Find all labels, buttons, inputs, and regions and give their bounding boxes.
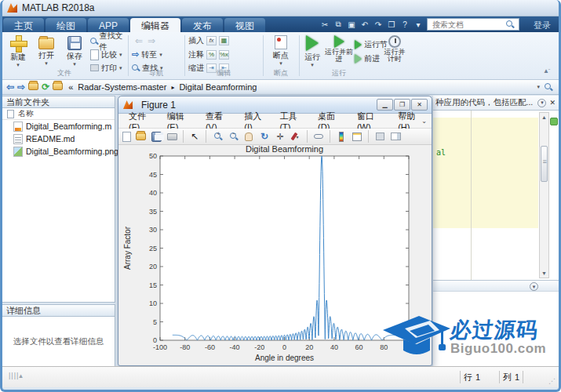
- fx-icon[interactable]: fx: [206, 36, 217, 45]
- copy-icon[interactable]: ⧉: [333, 19, 344, 30]
- plot-xlabel: Angle in degrees: [255, 354, 314, 362]
- path-search-icon[interactable]: [545, 83, 552, 91]
- brush-icon[interactable]: ▾: [290, 130, 302, 143]
- comment-label: 注释: [188, 49, 204, 60]
- editor-pane[interactable]: al ▲ ▼: [433, 111, 559, 280]
- minimize-button[interactable]: ▁: [377, 99, 393, 111]
- up-folder-icon[interactable]: [28, 82, 38, 93]
- run-button[interactable]: 运行▾: [300, 34, 325, 67]
- advance-button[interactable]: 前进: [355, 53, 380, 64]
- new-button[interactable]: 新建▾: [4, 34, 32, 67]
- statusbar-grip-icon[interactable]: ||||▴: [9, 372, 24, 379]
- breadcrumb-folder-1[interactable]: Radar-Systems-master: [78, 82, 166, 92]
- insert-legend-icon[interactable]: [351, 130, 363, 143]
- cut-icon[interactable]: ✂: [319, 19, 330, 30]
- insert-section-icon[interactable]: ▦: [219, 36, 229, 45]
- figure-window[interactable]: Figure 1 ▁ ❐ ✕ 文件(F) 编辑(E) 查看(V) 插入(I) 工…: [118, 96, 432, 366]
- editor-column-divider: [471, 111, 472, 280]
- show-plot-tools-icon[interactable]: [389, 130, 402, 143]
- zoom-out-icon[interactable]: −: [227, 130, 239, 143]
- figure-title: Figure 1: [141, 100, 176, 111]
- back-icon[interactable]: ⇦: [6, 82, 14, 93]
- figure-menubar: 文件(F) 编辑(E) 查看(V) 插入(I) 工具(T) 桌面(D) 窗口(W…: [118, 114, 432, 129]
- open-folder-icon: [38, 38, 54, 49]
- fig-open-icon[interactable]: [134, 130, 147, 143]
- scrollbar-thumb[interactable]: [541, 146, 548, 182]
- tab-publish[interactable]: 发布: [182, 18, 223, 32]
- paste-icon[interactable]: ▣: [346, 19, 357, 30]
- run-advance-button[interactable]: 运行并前进: [325, 34, 353, 63]
- plot-ylabel: Array Factor: [123, 226, 132, 270]
- goto-button[interactable]: ⇨转至▾: [132, 49, 162, 60]
- fig-new-icon[interactable]: [122, 132, 131, 142]
- open-caret-icon: ▾: [32, 61, 60, 65]
- collapse-ribbon-icon[interactable]: ▲̄: [543, 67, 549, 74]
- hide-plot-tools-icon[interactable]: [373, 130, 386, 143]
- forward-icon[interactable]: ⇨: [17, 82, 25, 93]
- breakpoints-icon: [275, 35, 287, 49]
- rotate3d-icon[interactable]: ↻: [258, 130, 271, 143]
- toolbar-caret-icon[interactable]: ▾: [413, 19, 424, 30]
- lower-panel-expand-icon[interactable]: ▾: [530, 282, 538, 291]
- banner-expand-icon[interactable]: ▾: [537, 99, 546, 107]
- redo-icon[interactable]: ↷: [373, 19, 384, 30]
- link-plot-icon[interactable]: [312, 130, 325, 143]
- svg-text:0: 0: [153, 336, 157, 344]
- sign-in-link[interactable]: 登录: [534, 20, 551, 31]
- name-column-header[interactable]: 名称: [2, 108, 115, 120]
- lower-panel: [433, 292, 559, 366]
- file-row-md[interactable]: README.md: [2, 132, 115, 145]
- browse-refresh-icon[interactable]: ⟳: [42, 82, 49, 93]
- breakpoints-button[interactable]: 断点▾: [267, 34, 295, 65]
- comment-percent-icon[interactable]: %: [206, 50, 217, 60]
- help-icon[interactable]: ?: [399, 19, 410, 30]
- doc-search-input[interactable]: [431, 20, 506, 30]
- scroll-up-icon[interactable]: ▲: [541, 114, 547, 120]
- find-files-button[interactable]: 查找文件: [90, 35, 126, 47]
- file-row-png[interactable]: Digital_Beamforming.png: [2, 145, 115, 158]
- window-titlebar[interactable]: MATLAB R2018a: [2, 0, 559, 16]
- menu-dock-icon[interactable]: ⌄: [421, 118, 427, 125]
- restore-button[interactable]: ❐: [394, 99, 410, 111]
- svg-text:-80: -80: [180, 343, 190, 351]
- undo-icon[interactable]: ↶: [359, 19, 370, 30]
- editor-message-indicator[interactable]: [550, 118, 558, 125]
- pointer-icon[interactable]: ↖: [188, 130, 201, 143]
- tab-editor[interactable]: 编辑器: [130, 18, 180, 32]
- zoom-in-icon[interactable]: +: [211, 130, 224, 143]
- insert-colorbar-icon[interactable]: [335, 130, 348, 143]
- breadcrumb-collapse[interactable]: «: [68, 82, 73, 92]
- fig-print-icon[interactable]: [166, 130, 178, 143]
- editor-scrollbar[interactable]: ▲ ▼: [539, 112, 549, 278]
- beam-plot[interactable]: -100-80-60-40-20020406080100051015202530…: [119, 145, 431, 365]
- forward-disabled-icon: ⇒: [148, 35, 155, 46]
- run-time-button[interactable]: 运行并计时: [381, 34, 408, 63]
- svg-text:0: 0: [282, 343, 286, 351]
- tab-plots[interactable]: 绘图: [46, 18, 86, 32]
- breadcrumb-folder-2[interactable]: Digital Beamforming: [179, 82, 257, 92]
- insert-button[interactable]: 插入 fx ▦: [188, 34, 229, 46]
- lower-panel-header[interactable]: ▾: [433, 280, 559, 292]
- uncomment-icon[interactable]: %x: [219, 50, 229, 60]
- search-icon[interactable]: [506, 20, 514, 28]
- nav-history-buttons[interactable]: ⇐ ⇒: [135, 34, 155, 46]
- banner-close-icon[interactable]: ✕: [549, 99, 559, 107]
- layout-icon[interactable]: ❐: [386, 19, 397, 30]
- comment-button[interactable]: 注释 % %x: [188, 49, 229, 60]
- data-cursor-icon[interactable]: ✛: [274, 130, 286, 143]
- open-button[interactable]: 打开▾: [32, 34, 60, 65]
- save-button[interactable]: 保存▾: [60, 34, 89, 66]
- pan-hand-icon[interactable]: [242, 130, 255, 143]
- scroll-down-icon[interactable]: ▼: [541, 270, 547, 276]
- fig-save-icon[interactable]: [150, 130, 162, 143]
- doc-search-box[interactable]: [427, 18, 519, 31]
- tab-view[interactable]: 视图: [224, 18, 265, 32]
- tab-home[interactable]: 主页: [3, 18, 44, 32]
- path-caret-icon[interactable]: ▾: [537, 84, 540, 90]
- current-folder-header[interactable]: 当前文件夹: [2, 96, 115, 108]
- resize-grip-icon[interactable]: ⋰: [548, 377, 556, 385]
- details-header[interactable]: 详细信息: [2, 304, 115, 317]
- compare-button[interactable]: 比较▾: [90, 49, 122, 60]
- close-button[interactable]: ✕: [411, 99, 428, 111]
- file-row-m[interactable]: Digital_Beamforming.m: [2, 120, 115, 132]
